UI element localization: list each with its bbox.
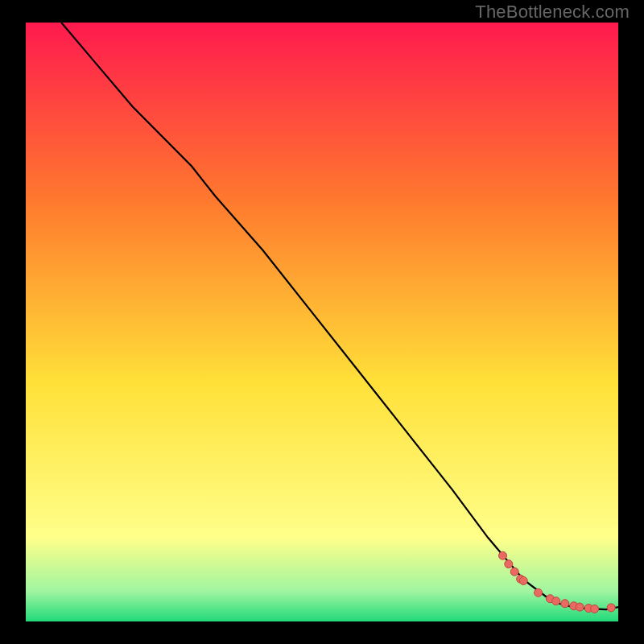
watermark-text: TheBottleneck.com — [475, 2, 630, 23]
marker-point — [510, 568, 518, 576]
marker-point — [535, 588, 543, 597]
plot-area — [26, 23, 618, 621]
marker-point — [499, 551, 507, 559]
marker-point — [607, 604, 615, 612]
gradient-background — [26, 23, 618, 621]
marker-point — [576, 603, 584, 611]
chart-frame: TheBottleneck.com — [0, 0, 644, 644]
marker-point — [561, 600, 569, 608]
marker-point — [591, 605, 599, 613]
marker-point — [552, 597, 560, 605]
marker-point — [519, 576, 527, 584]
marker-point — [505, 560, 513, 568]
plot-svg — [26, 23, 618, 621]
